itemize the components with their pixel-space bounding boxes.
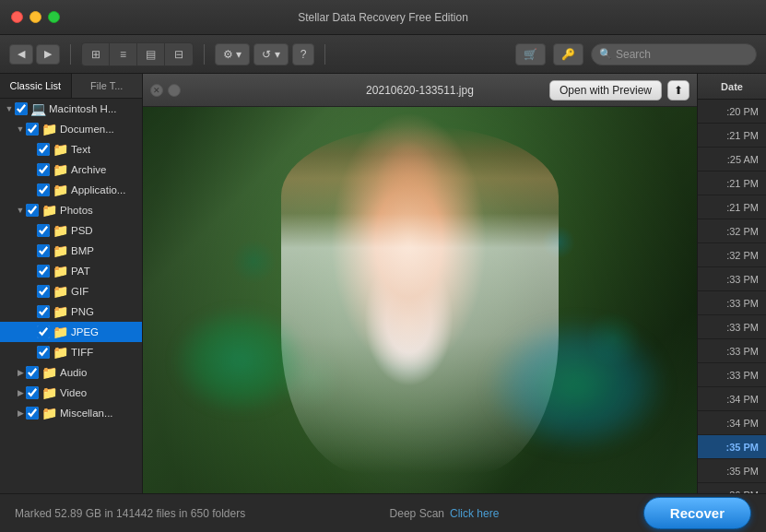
folder-icon-text: 📁	[53, 142, 67, 157]
checkbox-miscellan[interactable]	[26, 407, 39, 420]
view-buttons: ⊞ ≡ ▤ ⊟	[81, 42, 194, 66]
tree-item-tiff[interactable]: 📁 TIFF	[0, 342, 142, 362]
tree-item-macintosh[interactable]: ▼ 💻 Macintosh H...	[0, 99, 142, 119]
folder-icon-bmp: 📁	[53, 243, 67, 258]
folder-icon-macintosh: 💻	[30, 101, 45, 116]
forward-button[interactable]: ▶	[36, 44, 60, 65]
tree-arrow-photos: ▼	[15, 206, 26, 215]
date-column-header: Date	[698, 74, 766, 100]
checkbox-audio[interactable]	[26, 366, 39, 379]
tree-item-audio[interactable]: ▶ 📁 Audio	[0, 362, 142, 383]
date-cell-3: :21 PM	[698, 171, 766, 195]
folder-icon-jpeg: 📁	[53, 325, 67, 339]
toolbar: ◀ ▶ ⊞ ≡ ▤ ⊟ ⚙ ▾ ↺ ▾ ? 🛒 🔑 🔍	[0, 35, 766, 74]
preview-photo	[143, 107, 697, 493]
folder-icon-png: 📁	[53, 304, 67, 319]
tree-label-jpeg: JPEG	[71, 326, 99, 337]
tree-label-bmp: BMP	[71, 245, 94, 256]
checkbox-pat[interactable]	[37, 265, 50, 278]
date-cell-12: :34 PM	[698, 387, 766, 411]
main-content: Classic List File T... ▼ 💻 Macintosh H..…	[0, 74, 766, 493]
toolbar-separator-1	[70, 44, 71, 65]
minimize-button[interactable]	[29, 11, 41, 23]
tree-item-psd[interactable]: 📁 PSD	[0, 220, 142, 241]
tree-item-documents[interactable]: ▼ 📁 Documen...	[0, 119, 142, 139]
search-input[interactable]	[616, 48, 745, 61]
checkbox-png[interactable]	[37, 305, 50, 318]
checkbox-video[interactable]	[26, 386, 39, 399]
share-button[interactable]: ⬆	[667, 80, 689, 100]
share-icon: ⬆	[674, 84, 683, 97]
tree-item-pat[interactable]: 📁 PAT	[0, 261, 142, 281]
tree-item-applications[interactable]: 📁 Applicatio...	[0, 180, 142, 200]
checkbox-archive[interactable]	[37, 163, 50, 176]
preview-image-container[interactable]	[143, 107, 697, 493]
tree-arrow-video: ▶	[15, 388, 26, 397]
view-icon-grid[interactable]: ⊞	[82, 43, 110, 65]
preview-filename: 20210620-133511.jpg	[366, 84, 474, 97]
tree-item-gif[interactable]: 📁 GIF	[0, 281, 142, 301]
preview-close-buttons: ✕	[150, 84, 181, 97]
refresh-button[interactable]: ↺ ▾	[253, 43, 288, 65]
photo-powder-left	[171, 305, 309, 416]
back-button[interactable]: ◀	[9, 44, 33, 65]
date-cell-15: :35 PM	[698, 459, 766, 483]
date-cell-4: :21 PM	[698, 195, 766, 219]
checkbox-gif[interactable]	[37, 285, 50, 298]
open-with-preview-button[interactable]: Open with Preview	[549, 80, 662, 100]
tree-item-miscellan[interactable]: ▶ 📁 Miscellan...	[0, 403, 142, 423]
tree-item-png[interactable]: 📁 PNG	[0, 301, 142, 322]
preview-close-button[interactable]: ✕	[150, 84, 163, 97]
marked-status: Marked 52.89 GB in 141442 files in 650 f…	[15, 507, 245, 520]
folder-icon-pat: 📁	[53, 264, 67, 278]
view-icon-list[interactable]: ≡	[110, 43, 137, 65]
tree-label-png: PNG	[71, 306, 94, 317]
toolbar-action-buttons: ⚙ ▾ ↺ ▾ ?	[215, 43, 314, 65]
folder-icon-audio: 📁	[41, 365, 56, 380]
checkbox-text[interactable]	[37, 143, 50, 156]
status-bar: Marked 52.89 GB in 141442 files in 650 f…	[0, 493, 766, 532]
recover-button[interactable]: Recover	[643, 497, 751, 529]
tree-item-jpeg[interactable]: 📁 JPEG	[0, 322, 142, 342]
preview-shrink-button[interactable]	[168, 84, 181, 97]
tree-arrow-macintosh: ▼	[4, 104, 15, 113]
tree-label-documents: Documen...	[60, 124, 114, 135]
checkbox-documents[interactable]	[26, 123, 39, 136]
maximize-button[interactable]	[48, 11, 60, 23]
title-bar: Stellar Data Recovery Free Edition	[0, 0, 766, 35]
sidebar: Classic List File T... ▼ 💻 Macintosh H..…	[0, 74, 143, 493]
close-button[interactable]	[11, 11, 23, 23]
settings-button[interactable]: ⚙ ▾	[215, 43, 250, 65]
date-cell-14-highlighted: :35 PM	[698, 435, 766, 459]
tab-classic-list[interactable]: Classic List	[0, 74, 72, 98]
tree-item-text[interactable]: 📁 Text	[0, 139, 142, 160]
deep-scan-link[interactable]: Click here	[450, 507, 499, 520]
tree-arrow-audio: ▶	[15, 368, 26, 377]
tree-arrow-miscellan: ▶	[15, 408, 26, 418]
deep-scan-area: Deep Scan Click here	[390, 507, 500, 520]
view-icon-details[interactable]: ▤	[137, 43, 165, 65]
tab-file-type[interactable]: File T...	[72, 74, 143, 98]
folder-icon-psd: 📁	[53, 223, 67, 238]
tree-label-tiff: TIFF	[71, 347, 93, 358]
key-button[interactable]: 🔑	[553, 43, 583, 65]
checkbox-psd[interactable]	[37, 224, 50, 237]
tree-item-archive[interactable]: 📁 Archive	[0, 160, 142, 180]
view-icon-columns[interactable]: ⊟	[165, 43, 193, 65]
tree-item-bmp[interactable]: 📁 BMP	[0, 241, 142, 261]
search-box: 🔍	[591, 43, 757, 65]
tree-label-archive: Archive	[71, 164, 106, 175]
checkbox-jpeg[interactable]	[37, 325, 50, 338]
help-button[interactable]: ?	[292, 43, 315, 65]
checkbox-bmp[interactable]	[37, 244, 50, 257]
cart-button[interactable]: 🛒	[515, 43, 546, 65]
tree-item-video[interactable]: ▶ 📁 Video	[0, 383, 142, 403]
preview-overlay: ✕ 20210620-133511.jpg Open with Preview …	[143, 74, 697, 493]
checkbox-macintosh[interactable]	[15, 102, 28, 115]
tree-item-photos[interactable]: ▼ 📁 Photos	[0, 200, 142, 220]
checkbox-applications[interactable]	[37, 183, 50, 196]
checkbox-tiff[interactable]	[37, 346, 50, 359]
checkbox-photos[interactable]	[26, 204, 39, 217]
tree-label-text: Text	[71, 144, 90, 155]
date-cell-9: :33 PM	[698, 315, 766, 339]
